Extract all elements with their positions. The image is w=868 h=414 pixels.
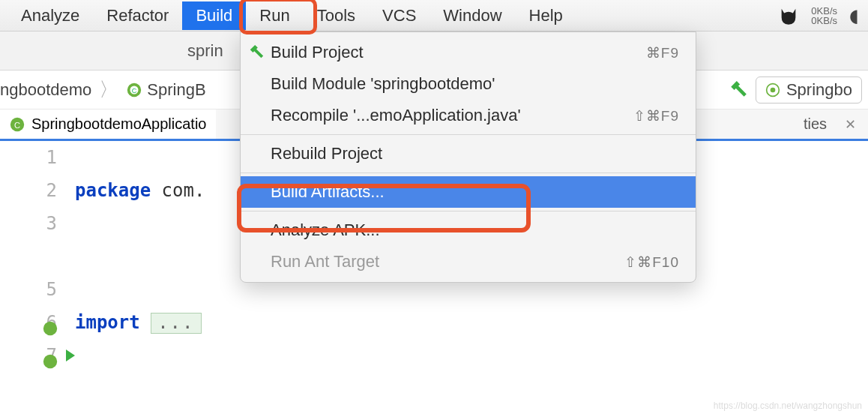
menu-refactor[interactable]: Refactor	[93, 2, 182, 30]
crumb-1[interactable]: ngbootdemo	[0, 80, 91, 100]
svg-point-4	[771, 87, 776, 92]
menu-rebuild-project[interactable]: Rebuild Project	[241, 138, 696, 170]
network-stats: 0KB/s 0KB/s	[811, 6, 837, 26]
file-spring-icon: C	[9, 116, 25, 133]
tab-filename: SpringbootdemoApplicatio	[31, 116, 207, 133]
run-config-label: Springbo	[786, 80, 852, 100]
line-number: 2	[0, 174, 57, 207]
cat-icon	[778, 5, 799, 26]
chevron-right-icon: 〉	[96, 76, 121, 103]
gutter: 1 2 3 5 6 7 9	[0, 141, 75, 414]
tab-suffix-label: ties	[804, 116, 833, 133]
line-number: 5	[0, 273, 57, 306]
line-number: 9	[0, 405, 57, 414]
svg-text:C: C	[132, 86, 137, 94]
menu-build-module[interactable]: Build Module 'springbootdemo'	[241, 68, 696, 100]
spring-gutter-icon[interactable]	[42, 347, 58, 364]
shortcut: ⌘F9	[646, 44, 679, 62]
menu-separator	[241, 211, 696, 212]
menu-help[interactable]: Help	[516, 2, 576, 30]
editor-tab-active[interactable]: C SpringbootdemoApplicatio	[0, 110, 216, 139]
crumb-2[interactable]: SpringB	[147, 80, 205, 100]
run-gutter-icon[interactable]	[66, 350, 75, 362]
line-number: 6	[0, 306, 57, 339]
line-number: 1	[0, 141, 57, 174]
net-up: 0KB/s	[811, 6, 837, 16]
build-menu-dropdown: Build Project ⌘F9 Build Module 'springbo…	[240, 32, 696, 283]
app-menubar: Analyze Refactor Build Run Tools VCS Win…	[0, 0, 868, 32]
menu-run[interactable]: Run	[246, 2, 303, 30]
svg-point-7	[43, 322, 57, 335]
spring-class-icon: C	[126, 82, 142, 98]
menu-separator	[241, 172, 696, 173]
run-configuration-selector[interactable]: Springbo	[756, 76, 862, 104]
toolbar-actions: Springbo	[729, 76, 862, 104]
tab-close-icon[interactable]: ✕	[833, 116, 868, 133]
hammer-icon	[248, 44, 265, 61]
spring-gutter-icon[interactable]	[42, 314, 58, 331]
menu-recompile[interactable]: Recompile '...emoApplication.java' ⇧⌘F9	[241, 100, 696, 131]
spring-boot-icon	[765, 82, 780, 98]
menu-window[interactable]: Window	[430, 2, 515, 30]
menu-analyze-apk[interactable]: Analyze APK...	[241, 214, 696, 246]
shortcut: ⇧⌘F10	[624, 254, 679, 271]
menubar-right: 0KB/s 0KB/s ◖	[778, 5, 868, 26]
menu-separator	[241, 134, 696, 135]
line-number: 7	[0, 339, 57, 372]
menu-build[interactable]: Build	[182, 2, 246, 30]
fold-ellipsis[interactable]: ...	[151, 313, 201, 334]
build-hammer-icon[interactable]	[729, 80, 748, 100]
watermark: https://blog.csdn.net/wangzhongshun	[714, 400, 862, 411]
menu-build-artifacts[interactable]: Build Artifacts...	[241, 176, 696, 208]
menu-analyze[interactable]: Analyze	[7, 2, 93, 30]
arc-icon: ◖	[849, 5, 859, 26]
svg-text:C: C	[14, 120, 20, 129]
menu-build-project[interactable]: Build Project ⌘F9	[241, 37, 696, 68]
menu-run-ant-target: Run Ant Target ⇧⌘F10	[241, 246, 696, 278]
menu-vcs[interactable]: VCS	[369, 2, 430, 30]
line-number	[0, 240, 57, 273]
line-number	[0, 372, 57, 405]
shortcut: ⇧⌘F9	[633, 107, 679, 124]
breadcrumb: ngbootdemo 〉 C SpringB	[0, 76, 206, 103]
svg-point-8	[43, 355, 57, 368]
line-number: 3	[0, 207, 57, 240]
subbar-text: sprin	[187, 41, 223, 61]
menu-tools[interactable]: Tools	[304, 2, 369, 30]
net-down: 0KB/s	[811, 16, 837, 26]
